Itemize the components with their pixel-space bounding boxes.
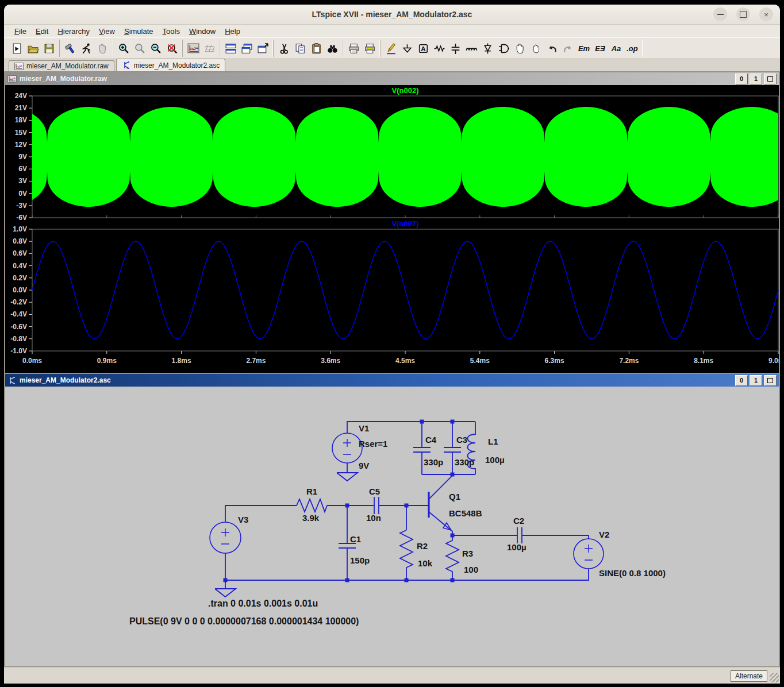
zoom-out-icon[interactable] xyxy=(148,40,164,56)
schematic-label-v1_name[interactable]: V1 xyxy=(359,424,369,434)
source-symbol-v2[interactable] xyxy=(574,539,604,569)
ground-icon[interactable] xyxy=(399,40,415,56)
move-icon[interactable] xyxy=(512,40,528,56)
schematic-label-c2_value[interactable]: 100µ xyxy=(507,543,526,553)
schematic-label-r1_value[interactable]: 3.9k xyxy=(302,514,319,523)
schematic-label-c4_name[interactable]: C4 xyxy=(425,435,436,445)
cut-icon[interactable] xyxy=(276,40,292,56)
waveform-window-titlebar[interactable]: mieser_AM_Modulator.raw 01 xyxy=(5,72,779,85)
waveform-window-button-1[interactable]: 1 xyxy=(750,74,762,84)
schematic-label-q1_type[interactable]: BC548B xyxy=(449,509,482,519)
trace-vn002[interactable] xyxy=(32,107,778,207)
schematic-label-v2_value[interactable]: SINE(0 0.8 1000) xyxy=(599,569,666,578)
save-icon[interactable] xyxy=(41,40,57,56)
text-icon[interactable]: Aa xyxy=(608,40,624,56)
alternate-mode-button[interactable]: Alternate xyxy=(731,670,767,682)
schematic-label-v2_name[interactable]: V2 xyxy=(599,530,609,540)
schematic-label-r3_name[interactable]: R3 xyxy=(462,549,473,559)
waveform-plot-area[interactable]: V(n002)V(n007)24V21V18V15V12V9V6V3V0V-3V… xyxy=(5,85,779,373)
menu-file[interactable]: File xyxy=(10,26,31,37)
net-label-icon[interactable]: A xyxy=(415,40,431,56)
schematic-label-v1_value[interactable]: 9V xyxy=(359,461,369,471)
schematic-label-r3_value[interactable]: 100 xyxy=(464,565,478,575)
waveform-window-restore-button[interactable] xyxy=(764,74,777,84)
component-icon[interactable] xyxy=(495,40,512,56)
halt-icon[interactable] xyxy=(94,40,110,56)
menu-tools[interactable]: Tools xyxy=(158,26,185,37)
tab-mieser_AM_Modulator2.asc[interactable]: mieser_AM_Modulator2.asc xyxy=(116,59,225,71)
trace-vn007[interactable] xyxy=(32,241,778,339)
title-bar: LTspice XVII - mieser_AM_Modulator2.asc … xyxy=(4,5,780,25)
schematic-label-c3_value[interactable]: 330p xyxy=(455,458,474,468)
paste-icon[interactable] xyxy=(308,40,324,56)
menu-simulate[interactable]: Simulate xyxy=(120,26,158,37)
rotate-icon[interactable]: EƎ xyxy=(592,40,608,56)
schematic-label-c1_name[interactable]: C1 xyxy=(350,535,361,545)
source-symbol-v3[interactable] xyxy=(210,522,241,553)
undo-icon[interactable] xyxy=(544,40,560,56)
schematic-label-r2_name[interactable]: R2 xyxy=(417,542,428,551)
spice-directive-icon[interactable]: .op xyxy=(624,40,640,56)
resize-grip[interactable] xyxy=(770,673,779,682)
open-file-icon[interactable] xyxy=(25,40,41,56)
inductor-icon[interactable] xyxy=(463,40,479,56)
trace-label-vn007[interactable]: V(n007) xyxy=(392,219,419,228)
schematic-label-l1_value[interactable]: 100µ xyxy=(485,456,505,465)
drag-icon[interactable] xyxy=(528,40,544,56)
print-setup-icon[interactable] xyxy=(362,40,378,56)
find-icon[interactable] xyxy=(324,40,340,56)
schematic-label-r2_value[interactable]: 10k xyxy=(418,559,432,569)
waveform-window-button-0[interactable]: 0 xyxy=(735,74,748,84)
schematic-label-r1_name[interactable]: R1 xyxy=(306,487,317,497)
schematic-label-l1_name[interactable]: L1 xyxy=(488,437,498,447)
schematic-window-button-0[interactable]: 0 xyxy=(735,375,748,386)
tile-horizontal-icon[interactable] xyxy=(222,40,239,56)
edit-pencil-icon[interactable] xyxy=(383,40,399,56)
schematic-label-c1_value[interactable]: 150p xyxy=(350,556,370,566)
zoom-in-icon[interactable] xyxy=(116,40,132,56)
source-symbol-v1[interactable] xyxy=(332,433,362,463)
menu-view[interactable]: View xyxy=(94,26,120,37)
schematic-label-pulse_directive[interactable]: PULSE(0 9V 0 0 0 0.0000007168 0.00000143… xyxy=(129,616,359,627)
menu-help[interactable]: Help xyxy=(220,26,245,37)
schematic-label-v3_name[interactable]: V3 xyxy=(238,515,248,525)
schematic-canvas[interactable]: V1Rser=19VC4330pC3330pL1100µR13.9kC510nV… xyxy=(5,387,779,666)
menu-hierarchy[interactable]: Hierarchy xyxy=(53,26,94,37)
copy-icon[interactable] xyxy=(292,40,308,56)
menu-window[interactable]: Window xyxy=(185,26,220,37)
xtick-label: 1.8ms xyxy=(172,357,191,365)
schematic-label-c3_name[interactable]: C3 xyxy=(456,435,467,445)
schematic-label-c2_name[interactable]: C2 xyxy=(513,516,524,526)
maximize-button[interactable] xyxy=(736,7,750,21)
schematic-label-q1_name[interactable]: Q1 xyxy=(449,492,460,502)
schematic-label-c4_value[interactable]: 330p xyxy=(424,458,443,468)
capacitor-icon[interactable] xyxy=(447,40,463,56)
trace-label-vn002[interactable]: V(n002) xyxy=(392,86,419,95)
new-schematic-icon[interactable] xyxy=(9,40,25,56)
schematic-label-tran_directive[interactable]: .tran 0 0.01s 0.001s 0.01u xyxy=(208,599,318,609)
redo-icon[interactable] xyxy=(560,40,576,56)
mirror-icon[interactable]: Em xyxy=(576,40,592,56)
minimize-button[interactable] xyxy=(713,7,727,21)
schematic-label-c5_value[interactable]: 10n xyxy=(366,514,381,523)
run-icon[interactable] xyxy=(78,40,94,56)
close-button[interactable]: × xyxy=(759,7,773,21)
view-netlist-icon[interactable] xyxy=(201,40,217,56)
arrange-windows-icon[interactable] xyxy=(255,40,271,56)
resistor-icon[interactable] xyxy=(431,40,447,56)
control-panel-icon[interactable] xyxy=(62,40,78,56)
xtick-label: 0.9ms xyxy=(97,357,117,365)
schematic-window-titlebar[interactable]: mieser_AM_Modulator2.asc 01 xyxy=(5,374,779,387)
schematic-label-v1_rser[interactable]: Rser=1 xyxy=(359,439,387,449)
schematic-window-restore-button[interactable] xyxy=(764,375,777,386)
schematic-window-button-1[interactable]: 1 xyxy=(750,375,762,386)
schematic-label-c5_name[interactable]: C5 xyxy=(369,487,380,497)
menu-edit[interactable]: Edit xyxy=(31,26,53,37)
print-icon[interactable] xyxy=(345,40,362,56)
zoom-full-extents-icon[interactable] xyxy=(164,40,180,56)
tab-mieser_AM_Modulator.raw[interactable]: mieser_AM_Modulator.raw xyxy=(9,60,114,71)
view-waveform-icon[interactable] xyxy=(185,40,201,56)
cascade-windows-icon[interactable] xyxy=(239,40,255,56)
zoom-back-icon[interactable] xyxy=(132,40,148,56)
diode-icon[interactable] xyxy=(479,40,495,56)
